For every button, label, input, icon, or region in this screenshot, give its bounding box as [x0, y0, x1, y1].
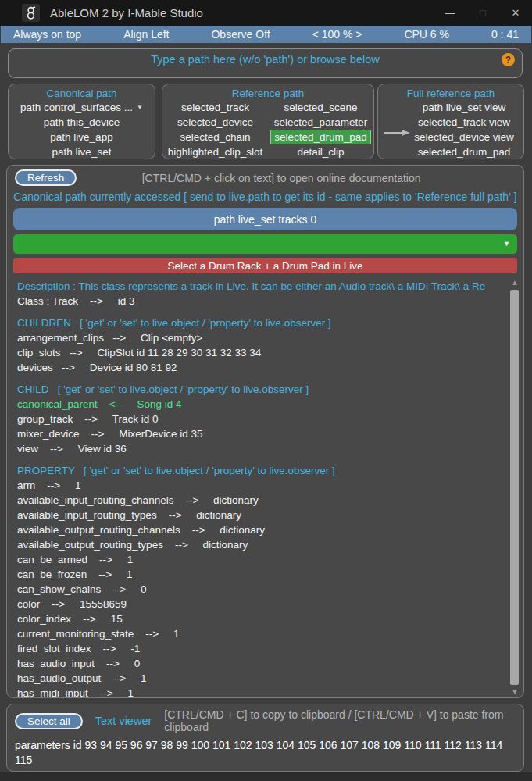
canonical-item-control-surfaces[interactable]: path control_surfaces ... ▼ [9, 100, 155, 115]
console-line: CHILD [ 'get' or 'set' to live.object / … [17, 382, 502, 397]
console-line: group_track --> Track id 0 [17, 412, 502, 426]
text-viewer-label[interactable]: Text viewer [95, 715, 152, 727]
ref-item-selected-parameter[interactable]: selected_parameter [271, 116, 370, 129]
doc-hint: [CTRL/CMD + click on text] to open onlin… [77, 172, 517, 184]
window-bottom-edge [0, 772, 532, 781]
console-line: color --> 15558659 [17, 597, 502, 612]
select-all-button[interactable]: Select all [15, 713, 83, 729]
refresh-button[interactable]: Refresh [15, 169, 77, 186]
current-path-button[interactable]: path live_set tracks 0 [13, 208, 517, 230]
console-line: canonical_parent <-- Song id 4 [17, 397, 502, 412]
console-line: has_audio_input --> 0 [17, 656, 502, 671]
path-input[interactable]: Type a path here (w/o 'path') or browse … [8, 48, 523, 78]
console-line: view --> View id 36 [17, 441, 502, 456]
caret-down-icon: ▼ [137, 105, 143, 111]
reference-path-panel: Reference path selected_track selected_d… [162, 84, 374, 159]
console-line: available_output_routing_channels --> di… [17, 522, 502, 537]
ref-item-selected-device[interactable]: selected_device [174, 116, 256, 129]
scroll-up-icon[interactable]: ▲ [509, 278, 521, 287]
canonical-item-this-device[interactable]: path this_device [9, 115, 155, 130]
console-line: available_input_routing_types --> dictio… [17, 508, 502, 522]
reference-path-title: Reference path [162, 87, 373, 100]
footer-panel: Select all Text viewer [CTRL/CMD + C] to… [6, 704, 524, 772]
app-icon [22, 4, 40, 22]
console-line: mixer_device --> MixerDevice id 35 [17, 426, 502, 441]
ref-item-selected-chain[interactable]: selected_chain [177, 130, 253, 144]
title-bar: AbleLOM 2 by I-Mable Studio — □ ✕ [0, 0, 532, 26]
console-line: can_be_frozen --> 1 [17, 567, 502, 582]
cpu-indicator: CPU 6 % [404, 28, 449, 41]
fullref-item-selected-drum-pad: selected_drum_pad [378, 144, 523, 159]
console-line: devices --> Device id 80 81 92 [17, 360, 502, 375]
caret-down-icon: ▼ [503, 241, 510, 248]
console-line: available_output_routing_types --> dicti… [17, 537, 502, 552]
console-line: Description : This class represents a tr… [17, 279, 502, 294]
canonical-path-title: Canonical path [9, 87, 155, 100]
clipboard-hint: [CTRL/CMD + C] to copy to clipboard / [C… [164, 708, 517, 733]
console-line [17, 308, 502, 316]
close-icon[interactable]: ✕ [499, 0, 532, 26]
path-input-prompt: Type a path here (w/o 'path') or browse … [151, 53, 379, 66]
toolbar: Always on top Align Left Observe Off < 1… [1, 26, 531, 43]
console-line: has_audio_output --> 1 [17, 671, 502, 686]
always-on-top-button[interactable]: Always on top [13, 28, 81, 41]
scrollbar-thumb[interactable] [510, 290, 519, 685]
align-left-button[interactable]: Align Left [123, 28, 169, 41]
console-line: arm --> 1 [17, 478, 502, 493]
console-line [17, 456, 502, 463]
ref-item-selected-drum-pad[interactable]: selected_drum_pad [271, 130, 370, 144]
console-line: can_show_chains --> 0 [17, 582, 502, 597]
canonical-hint: Canonical path currently accessed [ send… [7, 191, 523, 203]
ref-item-highlighted-clip-slot[interactable]: highlighted_clip_slot [165, 145, 266, 159]
console-line: CHILDREN [ 'get' or 'set' to live.object… [17, 316, 502, 330]
console-line: fired_slot_index --> -1 [17, 641, 502, 656]
console-line: has_midi_input --> 1 [17, 686, 502, 697]
observe-toggle[interactable]: Observe Off [211, 28, 270, 41]
minimize-icon[interactable]: — [434, 0, 466, 26]
ref-item-detail-clip[interactable]: detail_clip [294, 145, 347, 159]
console-line: color_index --> 15 [17, 612, 502, 626]
console-line: Class : Track --> id 3 [17, 294, 502, 308]
main-panel: Refresh [CTRL/CMD + click on text] to op… [6, 165, 524, 698]
scrollbar[interactable]: ▲ ▼ [509, 278, 521, 697]
canonical-item-live-app[interactable]: path live_app [9, 130, 155, 144]
text-viewer-content[interactable]: parameters id 93 94 95 96 97 98 99 100 1… [7, 733, 523, 768]
window-title: AbleLOM 2 by I-Mable Studio [50, 6, 203, 20]
console-line: arrangement_clips --> Clip <empty> [17, 330, 502, 345]
ref-item-selected-scene[interactable]: selected_scene [281, 101, 361, 114]
full-reference-path-panel: Full reference path path live_set view s… [377, 84, 524, 159]
console-output[interactable]: Description : This class represents a tr… [8, 276, 523, 697]
right-arrow-icon [382, 127, 412, 139]
ref-item-selected-track[interactable]: selected_track [178, 101, 252, 114]
console-line: current_monitoring_state --> 1 [17, 626, 502, 641]
canonical-item-live-set[interactable]: path live_set [9, 144, 155, 159]
console-line: can_be_armed --> 1 [17, 552, 502, 567]
full-reference-path-title: Full reference path [378, 87, 523, 100]
path-dropdown[interactable]: ▼ [13, 234, 517, 254]
console-line [17, 375, 502, 382]
window-controls: — □ ✕ [434, 0, 532, 26]
scroll-down-icon[interactable]: ▼ [509, 687, 521, 697]
console-line: PROPERTY [ 'get' or 'set' to live.object… [17, 463, 502, 478]
console-line: available_input_routing_channels --> dic… [17, 493, 502, 508]
drum-warning: Select a Drum Rack + a Drum Pad in Live [13, 258, 517, 273]
canonical-path-panel: Canonical path path control_surfaces ...… [8, 84, 155, 159]
console-line: clip_slots --> ClipSlot id 11 28 29 30 3… [17, 345, 502, 360]
help-icon[interactable]: ? [502, 53, 515, 66]
maximize-icon[interactable]: □ [466, 0, 499, 26]
fullref-item-live-set-view: path live_set view [378, 100, 523, 115]
timer-display: 0 : 41 [491, 28, 519, 41]
zoom-control[interactable]: < 100 % > [312, 28, 362, 41]
